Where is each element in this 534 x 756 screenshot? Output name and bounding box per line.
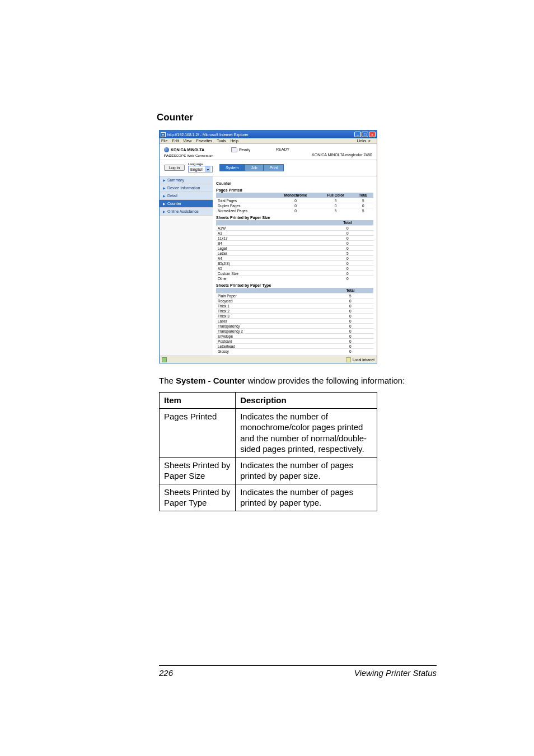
sidebar-item-detail[interactable]: ▶Detail xyxy=(160,192,213,200)
window-title: http://192.168.1.2/ - Microsoft Internet… xyxy=(167,133,249,137)
table-row: A30 xyxy=(216,231,373,236)
section-title: Counter xyxy=(157,112,439,123)
menu-help[interactable]: Help xyxy=(231,139,238,143)
model-text: KONICA MINOLTA magicolor 7450 xyxy=(312,147,372,157)
info-table: Item Description Pages Printed Indicates… xyxy=(159,392,377,511)
table-row: Postcard0 xyxy=(216,339,373,344)
intranet-icon xyxy=(346,357,351,362)
page-number: 226 xyxy=(159,668,173,678)
by-size-table: Total A3W0 A30 11x170 B40 Legal0 Letter5… xyxy=(216,220,373,281)
content-area: Counter Pages Printed Monochrome Full Co… xyxy=(213,176,377,356)
footer-section: Viewing Printer Status xyxy=(354,668,437,678)
table-row: Custom Size0 xyxy=(216,271,373,276)
pages-printed-table: Monochrome Full Color Total Total Pages0… xyxy=(216,193,373,213)
table-row: Letterhead0 xyxy=(216,344,373,349)
chevron-down-icon: ▾ xyxy=(205,166,210,172)
by-type-label: Sheets Printed by Paper Type xyxy=(216,283,373,287)
login-button[interactable]: Log in xyxy=(164,165,185,171)
security-zone: Local intranet xyxy=(346,357,374,362)
status-text: READY xyxy=(276,147,289,151)
table-row: B5(JIS)0 xyxy=(216,261,373,266)
menu-view[interactable]: View xyxy=(183,139,191,143)
toolbar-links[interactable]: Links » xyxy=(357,139,371,143)
table-row: Duplex Pages000 xyxy=(216,203,373,208)
menu-edit[interactable]: Edit xyxy=(172,139,179,143)
browser-window: e http://192.168.1.2/ - Microsoft Intern… xyxy=(159,130,377,363)
table-row: Transparency 20 xyxy=(216,329,373,334)
table-row: Letter5 xyxy=(216,251,373,256)
by-size-label: Sheets Printed by Paper Size xyxy=(216,216,373,220)
ie-icon: e xyxy=(161,132,166,137)
table-row: Plain Paper5 xyxy=(216,293,373,298)
pages-printed-label: Pages Printed xyxy=(216,188,373,192)
language-select[interactable]: English ▾ xyxy=(188,166,213,172)
maximize-icon[interactable]: □ xyxy=(362,132,368,137)
table-row: Recycled0 xyxy=(216,298,373,304)
table-row: Glossy0 xyxy=(216,349,373,354)
menu-bar: File Edit View Favorites Tools Help Link… xyxy=(160,138,377,144)
menu-tools[interactable]: Tools xyxy=(217,139,226,143)
brand-row: KONICA MINOLTA PAGESCOPE Web Connection … xyxy=(160,144,377,160)
tab-system[interactable]: System xyxy=(219,164,245,171)
status-bar: Local intranet xyxy=(160,356,377,363)
by-type-table: Total Plain Paper5 Recycled0 Thick 10 Th… xyxy=(216,288,373,353)
table-row: Thick 20 xyxy=(216,309,373,314)
sidebar-item-online-assistance[interactable]: ▶Online Assistance xyxy=(160,208,213,216)
caption: The System - Counter window provides the… xyxy=(159,376,439,385)
table-row: Sheets Printed by Paper Type Indicates t… xyxy=(160,484,377,511)
brand-logo: KONICA MINOLTA xyxy=(164,147,231,152)
ready-label: Ready xyxy=(239,148,250,152)
tab-job[interactable]: Job xyxy=(245,164,263,171)
table-row: Thick 30 xyxy=(216,314,373,319)
col-description: Description xyxy=(236,393,377,409)
table-row: Thick 10 xyxy=(216,304,373,309)
table-row: A40 xyxy=(216,256,373,261)
table-row: A3W0 xyxy=(216,226,373,231)
brand-text: KONICA MINOLTA xyxy=(171,148,204,152)
sidebar-item-device-info[interactable]: ▶Device Information xyxy=(160,184,213,192)
table-row: Normalized Pages055 xyxy=(216,208,373,213)
close-icon[interactable]: × xyxy=(369,132,376,137)
table-row: Pages Printed Indicates the number of mo… xyxy=(160,408,377,457)
titlebar: e http://192.168.1.2/ - Microsoft Intern… xyxy=(160,130,377,138)
sidebar-item-summary[interactable]: ▶Summary xyxy=(160,176,213,184)
minimize-icon[interactable]: – xyxy=(354,132,361,137)
logo-icon xyxy=(164,147,169,152)
done-icon xyxy=(162,357,167,362)
table-row: B40 xyxy=(216,241,373,246)
table-row: Total Pages055 xyxy=(216,198,373,203)
table-row: Legal0 xyxy=(216,246,373,251)
sidebar-item-counter[interactable]: ▶Counter xyxy=(160,200,213,208)
printer-icon xyxy=(231,147,237,152)
col-item: Item xyxy=(160,393,236,409)
product-tagline: PAGESCOPE Web Connection xyxy=(164,154,231,157)
tab-print[interactable]: Print xyxy=(264,164,284,171)
control-row: Log in Language English ▾ System Job Pri… xyxy=(160,160,377,176)
table-row: 11x170 xyxy=(216,236,373,241)
nav-tabs: System Job Print xyxy=(219,164,284,171)
table-row: Other0 xyxy=(216,276,373,281)
table-row: Envelope0 xyxy=(216,334,373,339)
side-nav: ▶Summary ▶Device Information ▶Detail ▶Co… xyxy=(160,176,213,356)
table-row: A50 xyxy=(216,266,373,271)
page-footer: 226 Viewing Printer Status xyxy=(0,665,534,678)
table-row: Label0 xyxy=(216,319,373,324)
menu-file[interactable]: File xyxy=(161,139,167,143)
table-row: Sheets Printed by Paper Size Indicates t… xyxy=(160,457,377,484)
menu-favorites[interactable]: Favorites xyxy=(196,139,212,143)
content-title: Counter xyxy=(216,181,373,185)
table-row: Transparency0 xyxy=(216,324,373,329)
